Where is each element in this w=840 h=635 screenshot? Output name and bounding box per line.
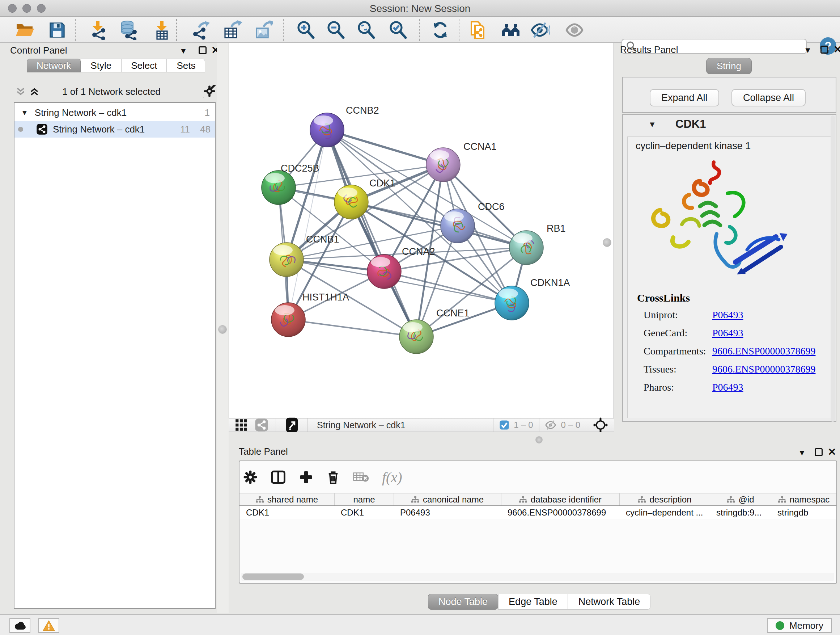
grid-view-icon[interactable] <box>234 418 248 432</box>
zoom-in-icon[interactable] <box>295 20 316 40</box>
save-session-icon[interactable] <box>47 20 67 40</box>
tab-network-table[interactable]: Network Table <box>568 594 651 610</box>
network-node-hist1h1a[interactable] <box>271 302 305 337</box>
table-panel-close-icon[interactable]: ✕ <box>828 446 836 458</box>
network-edge[interactable] <box>327 130 416 337</box>
selected-checkbox-icon[interactable] <box>499 420 509 430</box>
table-cell[interactable]: cyclin–dependent ... <box>619 506 710 519</box>
crosslink-link[interactable]: P06493 <box>712 382 744 393</box>
zoom-out-icon[interactable] <box>325 20 346 40</box>
tab-network[interactable]: Network <box>27 59 81 73</box>
table-cell[interactable]: stringdb <box>771 506 836 519</box>
expand-all-button[interactable]: Expand All <box>650 89 719 106</box>
tab-node-table[interactable]: Node Table <box>428 594 498 610</box>
toolbar-separator <box>587 418 587 432</box>
network-canvas[interactable]: CCNB2CCNA1CDC25BCDK1CDC6RB1CCNB1CCNA2CDK… <box>229 43 614 418</box>
tab-select[interactable]: Select <box>121 59 167 73</box>
results-panel-menu-icon[interactable]: ▼ <box>804 46 812 55</box>
memory-button[interactable]: Memory <box>767 618 832 633</box>
tab-sets[interactable]: Sets <box>167 59 205 73</box>
table-cell[interactable]: 9606.ENSP00000378699 <box>501 506 619 519</box>
network-node-ccne1[interactable] <box>399 320 433 354</box>
import-table-icon[interactable] <box>152 20 172 40</box>
tab-string[interactable]: String <box>706 58 752 74</box>
divider-grip[interactable] <box>218 325 227 334</box>
table-panel-divider[interactable] <box>229 432 840 445</box>
crosslink-link[interactable]: P06493 <box>712 327 744 339</box>
results-divider-grip[interactable] <box>603 238 611 247</box>
warnings-button[interactable] <box>38 618 59 633</box>
network-node-ccnb2[interactable] <box>310 113 344 147</box>
panel-divider[interactable] <box>217 43 229 613</box>
open-session-icon[interactable] <box>14 20 35 40</box>
results-panel-close-icon[interactable]: ✕ <box>834 43 840 55</box>
tab-edge-table[interactable]: Edge Table <box>498 594 568 610</box>
crosslink-label: GeneCard: <box>644 327 712 339</box>
duplicate-network-icon[interactable] <box>468 20 488 40</box>
table-row[interactable]: CDK1CDK1P064939606.ENSP00000378699cyclin… <box>240 506 836 519</box>
column-header-shared-name[interactable]: shared name <box>240 494 334 505</box>
import-network-from-database-icon[interactable] <box>118 20 139 40</box>
show-all-icon[interactable] <box>564 20 584 40</box>
network-node-cdkn1a[interactable] <box>495 286 529 320</box>
network-node-ccnb1[interactable] <box>270 242 303 277</box>
table-cell[interactable]: CDK1 <box>240 506 334 519</box>
hide-selected-icon[interactable] <box>530 20 550 40</box>
first-neighbors-icon[interactable] <box>501 20 521 40</box>
column-header-namespac[interactable]: namespac <box>771 494 836 505</box>
network-node-cdc6[interactable] <box>441 209 475 243</box>
network-edge[interactable] <box>327 130 443 165</box>
gene-collapse-icon[interactable]: ▼ <box>648 120 656 129</box>
table-horizontal-scrollbar[interactable] <box>241 573 834 581</box>
crosslink-link[interactable]: P06493 <box>712 309 744 321</box>
control-panel-float-icon[interactable] <box>199 46 207 54</box>
results-scrollbar[interactable] <box>831 116 835 422</box>
column-header-description[interactable]: description <box>619 494 710 505</box>
zoom-selected-icon[interactable] <box>388 20 408 40</box>
network-node-ccna2[interactable] <box>367 255 401 288</box>
zoom-fit-icon[interactable] <box>356 20 376 40</box>
column-type-icon <box>778 496 786 503</box>
table-cell[interactable]: stringdb:9... <box>710 506 771 519</box>
network-edge[interactable] <box>288 130 327 320</box>
column-header--id[interactable]: @id <box>710 494 771 505</box>
collapse-all-button[interactable]: Collapse All <box>731 89 806 106</box>
fit-selected-crosshair-icon[interactable] <box>593 417 608 432</box>
refresh-icon[interactable] <box>430 20 450 40</box>
column-type-icon <box>727 496 735 503</box>
divider-grip[interactable] <box>535 436 543 443</box>
crosslink-link[interactable]: 9606.ENSP00000378699 <box>712 363 815 375</box>
network-node-cdk1[interactable] <box>334 185 368 219</box>
import-network-icon[interactable] <box>88 20 108 40</box>
table-panel-float-icon[interactable] <box>815 448 823 456</box>
network-options-gear-icon[interactable] <box>203 85 216 97</box>
column-header-database-identifier[interactable]: database identifier <box>501 494 619 505</box>
column-header-canonical-name[interactable]: canonical name <box>393 494 501 505</box>
network-list-icon[interactable] <box>255 418 268 432</box>
table-cell[interactable]: P06493 <box>393 506 501 519</box>
network-node-rb1[interactable] <box>509 231 543 264</box>
table-cell[interactable]: CDK1 <box>334 506 393 519</box>
table-panel-menu-icon[interactable]: ▼ <box>798 448 806 458</box>
export-network-icon[interactable] <box>191 20 212 40</box>
column-header-name[interactable]: name <box>334 494 393 505</box>
network-node-cdc25b[interactable] <box>262 171 295 204</box>
delete-column-icon[interactable] <box>326 470 340 485</box>
tab-style[interactable]: Style <box>81 59 121 73</box>
birdseye-toggle-icon[interactable] <box>286 417 298 433</box>
create-column-icon[interactable] <box>299 470 313 485</box>
export-table-icon[interactable] <box>223 20 243 40</box>
results-panel-float-icon[interactable] <box>821 46 829 54</box>
scrollbar-thumb[interactable] <box>242 573 304 580</box>
show-columns-icon[interactable] <box>271 470 286 484</box>
crosslink-link[interactable]: 9606.ENSP00000378699 <box>712 345 815 357</box>
table-options-gear-icon[interactable] <box>243 470 257 485</box>
export-image-icon[interactable] <box>253 20 273 40</box>
network-row-selected[interactable]: String Network – cdk1 11 48 <box>14 121 215 138</box>
cloud-status-button[interactable] <box>9 618 30 633</box>
collection-expand-icon[interactable]: ▼ <box>21 109 28 117</box>
network-edge[interactable] <box>288 320 416 337</box>
network-node-ccna1[interactable] <box>426 148 460 182</box>
network-collection-row[interactable]: ▼ String Network – cdk1 1 <box>14 104 215 121</box>
control-panel-menu-icon[interactable]: ▼ <box>180 46 187 56</box>
